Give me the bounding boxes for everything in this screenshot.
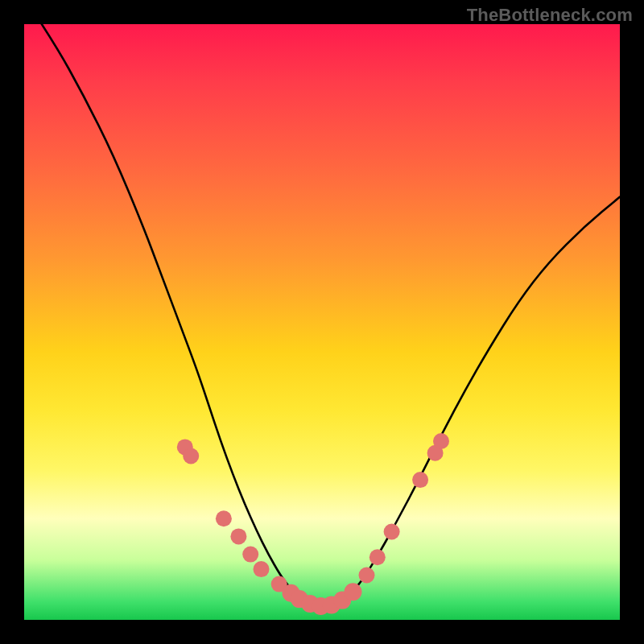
- curve-marker: [183, 448, 199, 464]
- curve-marker: [359, 568, 375, 584]
- bottleneck-curve: [24, 24, 620, 606]
- curve-marker: [412, 472, 428, 488]
- watermark-text: TheBottleneck.com: [467, 5, 633, 26]
- curve-marker: [345, 583, 362, 601]
- curve-marker: [242, 547, 258, 563]
- chart-frame: TheBottleneck.com: [0, 0, 644, 644]
- curve-marker: [254, 561, 270, 577]
- chart-svg: [24, 24, 620, 620]
- curve-marker: [369, 549, 386, 565]
- curve-markers: [177, 433, 449, 615]
- curve-marker: [216, 510, 232, 526]
- curve-marker: [230, 528, 246, 544]
- curve-marker: [384, 524, 400, 540]
- curve-marker: [433, 433, 449, 449]
- plot-area: [24, 24, 620, 620]
